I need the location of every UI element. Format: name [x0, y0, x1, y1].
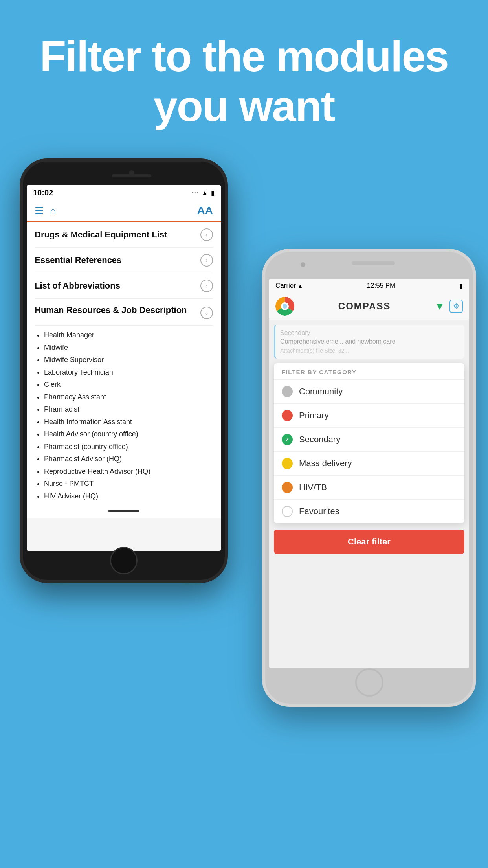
app-logo [275, 297, 294, 316]
app-title: COMPASS [294, 301, 435, 312]
menu-item-title: Drugs & Medical Equipment List [35, 230, 200, 240]
menu-item-references[interactable]: Essential References › [35, 248, 213, 273]
hiv-label: HIV/TB [299, 482, 327, 493]
card-subtitle: Secondary [280, 329, 460, 337]
menu-list: Drugs & Medical Equipment List › Essenti… [27, 222, 221, 326]
phones-container: 10:02 ···· ▲ ▮ ☰ ⌂ AA Drugs & Medical Eq… [0, 147, 488, 815]
filter-header: FILTER BY CATEGORY [274, 363, 464, 380]
chevron-down-icon: ⌄ [200, 307, 213, 319]
menu-item-title: List of Abbreviations [35, 281, 200, 291]
time-white: 12:55 PM [367, 282, 396, 290]
chevron-right-icon: › [200, 254, 213, 267]
filter-item-primary[interactable]: Primary [274, 404, 464, 428]
app-header: COMPASS ▼ ⚙ [269, 293, 469, 320]
menu-item-title: Essential References [35, 255, 200, 265]
menu-item-abbreviations[interactable]: List of Abbreviations › [35, 273, 213, 299]
hr-bullet-list: Health Manager Midwife Midwife Superviso… [35, 329, 213, 502]
filter-icon[interactable]: ▼ [435, 300, 445, 313]
time-black: 10:02 [33, 188, 53, 197]
filter-item-hiv[interactable]: HIV/TB [274, 476, 464, 500]
list-item: Health Advisor (country office) [44, 428, 213, 441]
filter-item-community[interactable]: Community [274, 380, 464, 404]
list-item: Midwife Supervisor [44, 354, 213, 366]
phone-black: 10:02 ···· ▲ ▮ ☰ ⌂ AA Drugs & Medical Eq… [20, 158, 228, 583]
list-item: HIV Adviser (HQ) [44, 490, 213, 503]
filter-overlay: FILTER BY CATEGORY Community Primary ✓ S… [274, 363, 464, 523]
chevron-right-icon: › [200, 228, 213, 241]
status-bar-black: 10:02 ···· ▲ ▮ [27, 185, 221, 200]
list-item: Nurse - PMTCT [44, 478, 213, 490]
secondary-dot: ✓ [282, 434, 293, 445]
list-item: Health Information Assistant [44, 416, 213, 428]
divider [108, 510, 139, 512]
svg-point-2 [283, 304, 287, 309]
black-phone-screen: 10:02 ···· ▲ ▮ ☰ ⌂ AA Drugs & Medical Eq… [27, 185, 221, 551]
status-bar-white: Carrier ▲ 12:55 PM ▮ [269, 279, 469, 293]
list-item: Pharmacy Assistant [44, 391, 213, 404]
home-icon[interactable]: ⌂ [50, 205, 56, 217]
white-phone-screen: Carrier ▲ 12:55 PM ▮ [269, 279, 469, 668]
community-label: Community [299, 386, 343, 397]
card-body: Comprehensive eme... and newborn care [280, 338, 460, 345]
mass-dot [282, 458, 293, 469]
hiv-dot [282, 482, 293, 493]
wifi-icon-black: ▲ [202, 189, 208, 197]
menu-item-hr[interactable]: Human Resources & Job Description ⌄ [35, 299, 213, 326]
list-item: Clerk [44, 379, 213, 391]
secondary-label: Secondary [299, 434, 340, 445]
carrier-label: Carrier ▲ [275, 282, 303, 290]
filter-item-secondary[interactable]: ✓ Secondary [274, 428, 464, 452]
nav-bar-black: ☰ ⌂ AA [27, 200, 221, 222]
list-item: Reproductive Health Advisor (HQ) [44, 465, 213, 478]
hamburger-icon[interactable]: ☰ [35, 206, 44, 216]
menu-item-drugs[interactable]: Drugs & Medical Equipment List › [35, 222, 213, 248]
card-footer: Attachment(s) file Size: 32... [280, 348, 460, 354]
battery-icon-black: ▮ [211, 189, 215, 197]
signal-icon: ···· [191, 189, 198, 197]
favourites-label: Favourites [299, 506, 339, 517]
chevron-right-icon: › [200, 280, 213, 292]
wifi-icon-white: ▲ [297, 283, 303, 289]
list-item: Laboratory Technician [44, 366, 213, 379]
list-item: Pharmacist (country office) [44, 441, 213, 453]
primary-label: Primary [299, 410, 329, 421]
phone-white: Carrier ▲ 12:55 PM ▮ [262, 249, 476, 707]
list-item: Pharmacist Advisor (HQ) [44, 453, 213, 465]
background-card: Secondary Comprehensive eme... and newbo… [274, 325, 464, 359]
mass-label: Mass delivery [299, 458, 352, 469]
aa-label[interactable]: AA [197, 204, 213, 217]
list-item: Midwife [44, 342, 213, 354]
list-item: Pharmacist [44, 403, 213, 416]
primary-dot [282, 410, 293, 421]
clear-filter-button[interactable]: Clear filter [274, 530, 464, 554]
community-dot [282, 386, 293, 397]
favourites-dot [282, 506, 293, 517]
header-line1: Filter to the modules you want [24, 31, 464, 131]
list-item: Health Manager [44, 329, 213, 342]
home-button-white[interactable] [355, 668, 383, 697]
settings-icon[interactable]: ⚙ [449, 300, 463, 313]
battery-white: ▮ [459, 282, 463, 290]
bullet-list-section: Health Manager Midwife Midwife Superviso… [27, 326, 221, 518]
menu-item-title: Human Resources & Job Description [35, 305, 200, 315]
home-button-black[interactable] [110, 547, 138, 574]
filter-item-favourites[interactable]: Favourites [274, 500, 464, 523]
filter-item-mass[interactable]: Mass delivery [274, 452, 464, 476]
page-header: Filter to the modules you want [0, 0, 488, 147]
